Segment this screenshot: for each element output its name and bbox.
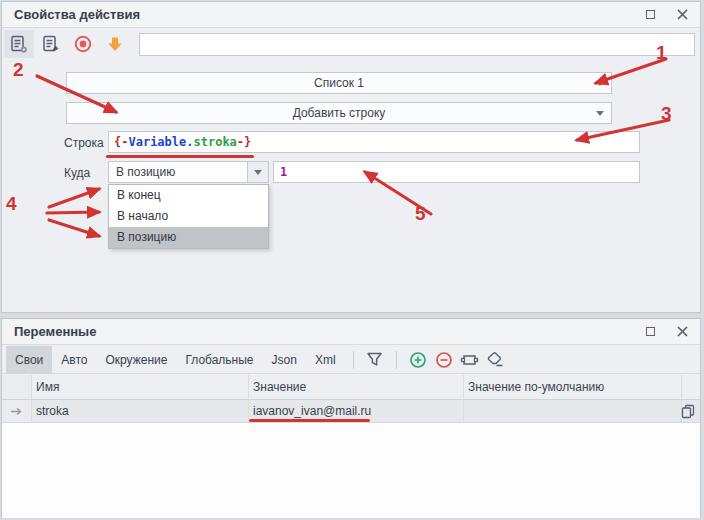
chevron-down-icon xyxy=(254,170,262,175)
close-button[interactable] xyxy=(677,9,688,20)
document-edit-button[interactable] xyxy=(36,30,66,58)
filter-icon xyxy=(366,351,384,368)
row-selector-cell xyxy=(2,400,32,422)
variables-table-header: Имя Значение Значение по-умолчанию xyxy=(2,375,700,400)
variables-panel-titlebar: Переменные xyxy=(2,319,700,345)
close-icon xyxy=(677,9,688,20)
header-gutter xyxy=(2,375,32,399)
stroka-value-member: stroka xyxy=(193,135,236,149)
dropdown-option-nachalo[interactable]: В начало xyxy=(109,206,268,227)
edit-icon xyxy=(460,352,479,368)
variables-tabbar: Свои Авто Окружение Глобальные Json Xml xyxy=(2,346,700,374)
tab-globalnye[interactable]: Глобальные xyxy=(176,346,262,374)
column-header-value[interactable]: Значение xyxy=(249,375,464,399)
variables-panel-title: Переменные xyxy=(14,324,96,339)
record-icon xyxy=(73,34,93,54)
maximize-icon xyxy=(646,10,655,19)
copy-icon xyxy=(681,404,695,419)
arrow-down-icon xyxy=(105,34,125,54)
record-button[interactable] xyxy=(68,30,98,58)
maximize-icon xyxy=(646,327,655,336)
add-icon xyxy=(409,351,427,369)
eraser-icon xyxy=(486,351,505,368)
annotation-underline-stroka xyxy=(106,155,254,158)
toolbar-separator xyxy=(353,351,354,369)
document-edit-icon xyxy=(41,34,62,55)
edit-variable-button[interactable] xyxy=(457,347,483,373)
maximize-button[interactable] xyxy=(646,327,655,336)
stroka-value-open: {- xyxy=(114,135,128,149)
tab-okruzhenie[interactable]: Окружение xyxy=(96,346,176,374)
column-header-default[interactable]: Значение по-умолчанию xyxy=(464,375,682,399)
table-empty-area xyxy=(2,423,700,518)
column-header-name[interactable]: Имя xyxy=(32,375,249,399)
close-button[interactable] xyxy=(677,326,688,337)
kuda-combo-value: В позицию xyxy=(116,165,175,179)
document-settings-icon xyxy=(9,34,30,55)
remove-icon xyxy=(435,351,453,369)
tab-xml[interactable]: Xml xyxy=(306,346,345,374)
action-properties-panel: Свойства действия xyxy=(1,1,701,313)
close-icon xyxy=(677,326,688,337)
kuda-combo[interactable]: В позицию xyxy=(108,161,269,183)
chevron-down-icon xyxy=(596,81,604,86)
arrow-down-button[interactable] xyxy=(100,30,130,58)
action-panel-title: Свойства действия xyxy=(14,7,140,22)
clear-variables-button[interactable] xyxy=(483,347,509,373)
cell-variable-default[interactable] xyxy=(464,400,682,422)
chevron-down-icon xyxy=(596,111,604,116)
stroka-value-close: -} xyxy=(237,135,251,149)
action-panel-titlebar: Свойства действия xyxy=(2,2,700,28)
add-variable-button[interactable] xyxy=(405,347,431,373)
position-input[interactable] xyxy=(273,161,640,183)
kuda-dropdown-list: В конец В начало В позицию xyxy=(108,184,269,249)
kuda-label: Куда xyxy=(64,166,90,180)
stroka-value-object: Variable. xyxy=(128,135,193,149)
stroka-label: Строка xyxy=(64,136,104,150)
screen: Свойства действия xyxy=(0,0,704,520)
remove-variable-button[interactable] xyxy=(431,347,457,373)
row-selector-arrow-icon xyxy=(10,407,23,416)
target-list-combo-value: Список 1 xyxy=(314,76,364,90)
tab-svoi[interactable]: Свои xyxy=(6,346,52,374)
header-spacer xyxy=(682,375,700,399)
stroka-field[interactable]: {-Variable.stroka-} xyxy=(108,131,640,153)
variables-panel: Переменные Свои Авто Окружение Глобальны… xyxy=(1,318,701,518)
variables-table: Имя Значение Значение по-умолчанию strok… xyxy=(2,375,700,518)
cell-variable-name[interactable]: stroka xyxy=(32,400,249,422)
action-search-input[interactable] xyxy=(139,33,695,56)
filter-button[interactable] xyxy=(362,347,388,373)
kuda-combo-dropdown-button[interactable] xyxy=(247,162,268,182)
operation-combo[interactable]: Добавить строку xyxy=(66,102,612,124)
tab-json[interactable]: Json xyxy=(263,346,306,374)
document-settings-button[interactable] xyxy=(4,30,34,58)
copy-value-button[interactable] xyxy=(679,403,697,420)
annotation-underline-value xyxy=(249,419,370,422)
dropdown-option-poziciyu[interactable]: В позицию xyxy=(109,227,268,248)
dropdown-option-konec[interactable]: В конец xyxy=(109,185,268,206)
maximize-button[interactable] xyxy=(646,10,655,19)
target-list-combo[interactable]: Список 1 xyxy=(66,72,612,94)
operation-combo-value: Добавить строку xyxy=(293,106,386,120)
tab-avto[interactable]: Авто xyxy=(52,346,96,374)
toolbar-separator xyxy=(396,351,397,369)
